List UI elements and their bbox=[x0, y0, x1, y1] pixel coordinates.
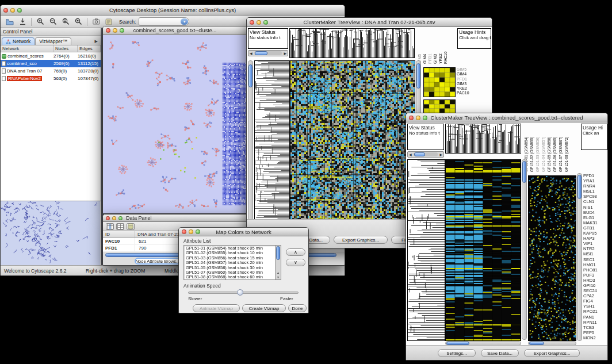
attribute-option[interactable]: GPL51-05 (GSM858) heat shock 30 min bbox=[185, 266, 274, 270]
rotated-array-label[interactable]: GPL51-02 (GSM855) bbox=[529, 124, 535, 172]
gene-label[interactable]: CLN1 bbox=[583, 199, 607, 204]
network-overview-canvas[interactable] bbox=[1, 201, 100, 265]
network-row-selected[interactable]: combined_sco 2569(6) 13112(15) bbox=[1, 60, 101, 67]
minimize-button[interactable] bbox=[112, 216, 116, 220]
rotated-array-label[interactable]: GPL51-08 (GSM872) bbox=[564, 124, 569, 172]
rotated-gene-label[interactable]: YKE2 bbox=[438, 29, 443, 64]
rotated-gene-label[interactable]: GIM3 bbox=[433, 29, 438, 64]
scroll-thumb[interactable] bbox=[577, 175, 582, 199]
view-status-scrollbar[interactable]: ◀ ▶ bbox=[407, 151, 444, 158]
gene-label[interactable]: YRA1 bbox=[583, 178, 607, 183]
column-dendrogram-canvas[interactable] bbox=[290, 29, 414, 58]
gene-label[interactable]: CPA2 bbox=[583, 293, 607, 298]
gene-label[interactable]: NTR2 bbox=[583, 246, 607, 251]
zoom-fit-icon[interactable] bbox=[60, 16, 71, 27]
settings-button[interactable]: Settings... bbox=[438, 349, 476, 357]
attribute-option[interactable]: GPL51-04 (GSM857) heat shock 20 min bbox=[185, 260, 274, 265]
close-button[interactable] bbox=[106, 216, 110, 220]
column-header-edges[interactable]: Edges bbox=[78, 45, 101, 52]
gene-label[interactable]: PAC10 bbox=[457, 91, 488, 95]
gene-label[interactable]: ELG1 bbox=[583, 215, 607, 220]
zoom-button[interactable] bbox=[423, 116, 427, 120]
gene-label[interactable]: PUF3 bbox=[583, 273, 607, 278]
gene-label[interactable]: SPC98 bbox=[583, 194, 607, 199]
rotated-gene-label[interactable]: GIM5 bbox=[417, 29, 422, 64]
gene-label[interactable]: HMG1 bbox=[583, 262, 607, 267]
gene-label[interactable]: MAK31 bbox=[583, 220, 607, 225]
save-data-button[interactable]: Save Data... bbox=[481, 349, 519, 357]
create-vizmap-button[interactable]: Create Vizmap bbox=[242, 304, 286, 312]
gene-label[interactable]: PEP5 bbox=[583, 330, 607, 335]
scroll-right-arrow[interactable]: ▶ bbox=[282, 51, 288, 55]
scroll-thumb[interactable] bbox=[522, 161, 526, 183]
gene-label[interactable]: RPO21 bbox=[583, 309, 607, 314]
close-button[interactable] bbox=[182, 229, 186, 234]
zoom-out-icon[interactable] bbox=[47, 16, 59, 27]
gene-label[interactable]: SEC24 bbox=[583, 288, 607, 293]
select-attributes-icon[interactable] bbox=[106, 223, 114, 230]
close-button[interactable] bbox=[3, 8, 8, 13]
gene-label[interactable]: HRD3 bbox=[583, 278, 607, 283]
done-button[interactable]: Done bbox=[288, 304, 307, 312]
scroll-thumb[interactable] bbox=[416, 63, 420, 89]
move-down-button[interactable]: ∨ bbox=[286, 259, 305, 266]
network-row-alert[interactable]: RNAPuberNov2 563(0) 107847(0) bbox=[1, 75, 101, 82]
minimize-button[interactable] bbox=[10, 8, 15, 13]
column-header-id[interactable]: ID bbox=[103, 231, 135, 237]
view-status-scrollbar[interactable]: ◀ ▶ bbox=[248, 50, 288, 56]
attribute-option[interactable]: GPL51-07 (GSM860) heat shock 40 min bbox=[185, 270, 274, 275]
close-button[interactable] bbox=[106, 28, 110, 33]
gene-label[interactable]: RNR4 bbox=[583, 183, 607, 189]
tab-network[interactable]: Network bbox=[2, 37, 35, 45]
gene-label[interactable]: GTB1 bbox=[583, 225, 607, 231]
gene-label[interactable]: GIM5 bbox=[457, 67, 488, 72]
network-view-titlebar[interactable]: combined_scores_good.txt--cluste... bbox=[103, 26, 247, 35]
gene-label[interactable]: MSI1 bbox=[583, 251, 607, 256]
tab-overflow-button[interactable]: ▶ bbox=[95, 39, 100, 45]
gene-label[interactable]: BUD4 bbox=[583, 210, 607, 215]
close-button[interactable] bbox=[409, 116, 414, 120]
zoom-button[interactable] bbox=[120, 28, 124, 33]
gene-list-scrollbar[interactable] bbox=[577, 173, 582, 341]
rotated-array-label[interactable]: GPL51-03 (GSM856) bbox=[535, 124, 541, 172]
scroll-right-arrow[interactable]: ▶ bbox=[438, 152, 443, 156]
gene-label[interactable]: NIS1 bbox=[583, 205, 607, 210]
gene-label[interactable]: YKE2 bbox=[457, 86, 488, 91]
network-row[interactable]: DNA and Tran 07 769(0) 183728(0) bbox=[1, 67, 101, 75]
gene-label[interactable]: YSH1 bbox=[583, 304, 607, 309]
secondary-heatmap-canvas[interactable] bbox=[529, 176, 576, 340]
attribute-option[interactable]: GPL51-02 (GSM855) heat shock 10 min bbox=[185, 251, 274, 255]
scroll-thumb[interactable] bbox=[248, 64, 253, 87]
rotated-array-label[interactable]: GPL51-05 (GSM858) bbox=[546, 124, 552, 172]
column-header-network[interactable]: Network bbox=[1, 45, 53, 52]
network-row[interactable]: combined_scores 2764(0) 16218(0) bbox=[1, 52, 101, 60]
network-overview-panel[interactable] bbox=[1, 201, 101, 265]
attribute-option[interactable]: GPL51-08 (GSM868) heat shock 60 min bbox=[185, 275, 274, 279]
scroll-down-arrow[interactable]: ▼ bbox=[276, 275, 281, 279]
database-icon[interactable] bbox=[127, 223, 135, 230]
animation-speed-slider[interactable] bbox=[188, 292, 299, 294]
export-graphics-button[interactable]: Export Graphics... bbox=[334, 236, 388, 244]
zoom-in-icon[interactable] bbox=[35, 16, 46, 27]
scroll-track[interactable] bbox=[254, 51, 282, 55]
gene-label[interactable]: PFD1 bbox=[583, 173, 607, 178]
slider-knob[interactable] bbox=[237, 289, 243, 296]
minimize-button[interactable] bbox=[189, 229, 193, 234]
correlation-matrix-canvas[interactable] bbox=[424, 68, 455, 97]
gene-label[interactable]: RPN11 bbox=[583, 320, 607, 325]
scroll-thumb[interactable] bbox=[276, 246, 280, 260]
zoom-button[interactable] bbox=[263, 20, 268, 25]
zoom-button[interactable] bbox=[17, 8, 22, 13]
tab-vizmapper[interactable]: VizMapper™ bbox=[35, 37, 71, 45]
heatmap-canvas[interactable] bbox=[446, 160, 521, 340]
close-button[interactable] bbox=[250, 20, 254, 25]
scroll-left-arrow[interactable]: ◀ bbox=[248, 51, 254, 55]
map-colors-titlebar[interactable]: Map Colors to Network bbox=[179, 228, 308, 236]
zoom-button[interactable] bbox=[118, 216, 123, 220]
column-dendrogram-canvas[interactable] bbox=[446, 124, 521, 153]
search-input[interactable]: ▼ bbox=[139, 17, 189, 26]
gene-label[interactable]: PAN1 bbox=[583, 315, 607, 320]
move-up-button[interactable]: ∧ bbox=[286, 248, 305, 256]
table-icon[interactable] bbox=[116, 223, 124, 230]
gene-label[interactable]: FIG4 bbox=[583, 298, 607, 304]
